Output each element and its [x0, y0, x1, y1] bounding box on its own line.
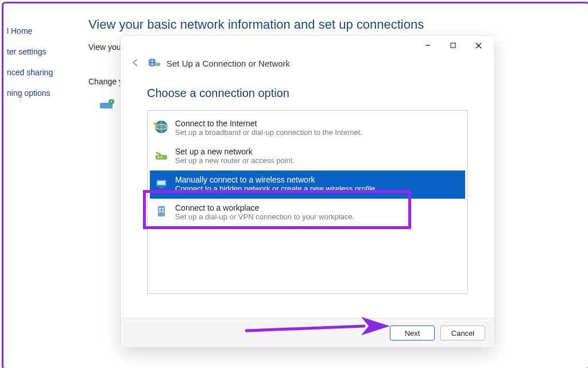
window-frame: l Home ter settings nced sharing ning op… — [2, 2, 588, 368]
back-arrow-icon — [131, 59, 140, 67]
option-connect-internet[interactable]: Connect to the Internet Set up a broadba… — [150, 114, 465, 142]
sidebar: l Home ter settings nced sharing ning op… — [3, 21, 72, 103]
next-button[interactable]: Next — [390, 326, 435, 340]
close-button[interactable] — [466, 37, 491, 53]
dialog-footer: Next Cancel — [121, 318, 494, 347]
cancel-button[interactable]: Cancel — [440, 326, 485, 340]
option-title: Connect to a workplace — [175, 203, 354, 212]
globe-icon — [153, 119, 169, 135]
option-connect-workplace[interactable]: Connect to a workplace Set up a dial-up … — [150, 199, 465, 227]
maximize-button[interactable] — [440, 37, 466, 53]
sidebar-item-advanced-sharing[interactable]: nced sharing — [3, 62, 72, 83]
network-icon — [148, 57, 161, 69]
page-title: View your basic network information and … — [88, 17, 424, 32]
close-icon — [475, 42, 482, 49]
option-desc: Set up a broadband or dial-up connection… — [175, 128, 362, 137]
option-title: Connect to the Internet — [175, 119, 362, 128]
back-button[interactable] — [129, 57, 142, 69]
sidebar-item-home[interactable]: l Home — [3, 21, 72, 41]
option-desc: Connect to a hidden network or create a … — [175, 184, 375, 193]
options-list: Connect to the Internet Set up a broadba… — [147, 110, 468, 294]
option-title: Manually connect to a wireless network — [175, 175, 375, 184]
option-setup-new-network[interactable]: Set up a new network Set up a new router… — [150, 142, 465, 171]
dialog-header: Set Up a Connection or Network — [121, 55, 494, 73]
setup-connection-icon: + — [99, 99, 116, 114]
monitor-wifi-icon — [153, 175, 169, 191]
dialog-titlebar — [121, 36, 494, 55]
setup-connection-dialog: Set Up a Connection or Network Choose a … — [120, 35, 495, 348]
svg-rect-20 — [157, 181, 165, 185]
svg-rect-26 — [162, 211, 164, 212]
sidebar-item-streaming-options[interactable]: ning options — [3, 83, 72, 103]
svg-rect-21 — [159, 187, 164, 188]
svg-rect-23 — [159, 208, 161, 210]
svg-rect-7 — [451, 43, 455, 48]
building-icon — [153, 203, 169, 219]
option-title: Set up a new network — [175, 147, 295, 156]
svg-point-18 — [161, 157, 163, 158]
svg-rect-22 — [158, 206, 165, 216]
minimize-icon — [424, 42, 431, 49]
router-icon — [153, 147, 169, 163]
svg-rect-25 — [159, 211, 161, 212]
option-desc: Set up a new router or access point. — [175, 156, 295, 165]
svg-rect-24 — [162, 208, 164, 210]
option-desc: Set up a dial-up or VPN connection to yo… — [175, 212, 354, 221]
sidebar-item-adapter-settings[interactable]: ter settings — [3, 41, 72, 62]
option-manual-wireless[interactable]: Manually connect to a wireless network C… — [150, 171, 465, 199]
svg-text:+: + — [110, 99, 113, 104]
svg-point-17 — [158, 157, 160, 158]
maximize-icon — [450, 42, 457, 49]
dialog-heading: Choose a connection option — [121, 73, 494, 110]
dialog-title-text: Set Up a Connection or Network — [167, 59, 290, 68]
svg-rect-13 — [156, 63, 160, 66]
minimize-button[interactable] — [415, 37, 440, 53]
